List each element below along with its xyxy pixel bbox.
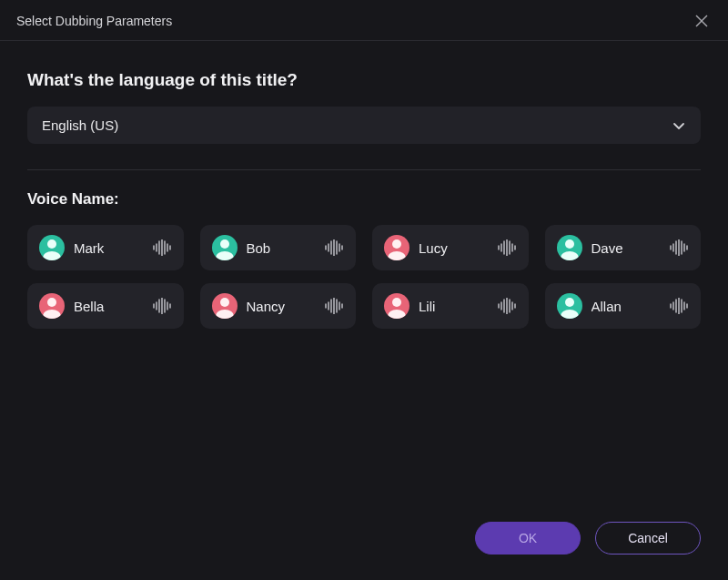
voice-card[interactable]: Dave xyxy=(545,225,702,270)
voice-name-label: Bella xyxy=(74,299,143,314)
voice-card[interactable]: Mark xyxy=(27,225,184,270)
avatar-icon xyxy=(39,293,65,319)
avatar-icon xyxy=(557,293,582,319)
dialog-title: Select Dubbing Parameters xyxy=(16,14,172,28)
avatar-icon xyxy=(39,235,65,260)
dialog-footer: OK Cancel xyxy=(0,504,728,580)
voice-name-label: Mark xyxy=(74,240,143,256)
soundwave-icon xyxy=(669,239,689,256)
avatar-icon xyxy=(557,235,582,260)
soundwave-icon xyxy=(324,298,344,314)
ok-button-label: OK xyxy=(519,531,537,545)
voice-name-label: Allan xyxy=(592,299,661,314)
dialog-content: What's the language of this title? Engli… xyxy=(0,41,728,504)
close-button[interactable] xyxy=(692,11,712,31)
dubbing-parameters-dialog: Select Dubbing Parameters What's the lan… xyxy=(0,0,728,580)
cancel-button-label: Cancel xyxy=(628,531,668,545)
voice-card[interactable]: Lucy xyxy=(372,225,529,270)
voice-card[interactable]: Lili xyxy=(372,283,529,329)
avatar-icon xyxy=(384,235,410,260)
voice-grid: MarkBobLucyDaveBellaNancyLiliAllan xyxy=(27,225,701,329)
voice-name-label: Dave xyxy=(592,240,661,256)
voice-name-label: Lucy xyxy=(419,240,488,256)
voice-name-label: Nancy xyxy=(247,299,316,314)
soundwave-icon xyxy=(152,298,172,314)
ok-button[interactable]: OK xyxy=(475,522,581,555)
voice-card[interactable]: Bella xyxy=(27,283,184,329)
soundwave-icon xyxy=(152,239,172,256)
avatar-icon xyxy=(212,235,238,260)
avatar-icon xyxy=(384,293,410,319)
soundwave-icon xyxy=(324,239,344,256)
titlebar: Select Dubbing Parameters xyxy=(0,0,728,41)
voice-card[interactable]: Bob xyxy=(200,225,357,270)
voice-name-label: Voice Name: xyxy=(27,169,701,209)
voice-name-label: Bob xyxy=(247,240,316,256)
voice-name-label: Lili xyxy=(419,299,488,314)
language-question-label: What's the language of this title? xyxy=(27,70,701,90)
soundwave-icon xyxy=(497,239,517,256)
chevron-down-icon xyxy=(672,118,686,133)
voice-card[interactable]: Allan xyxy=(545,283,702,329)
soundwave-icon xyxy=(669,298,689,314)
voice-card[interactable]: Nancy xyxy=(200,283,357,329)
language-dropdown[interactable]: English (US) xyxy=(27,107,701,144)
close-icon xyxy=(695,15,708,27)
cancel-button[interactable]: Cancel xyxy=(595,522,701,555)
soundwave-icon xyxy=(497,298,517,314)
avatar-icon xyxy=(212,293,238,319)
language-selected-value: English (US) xyxy=(42,117,118,133)
